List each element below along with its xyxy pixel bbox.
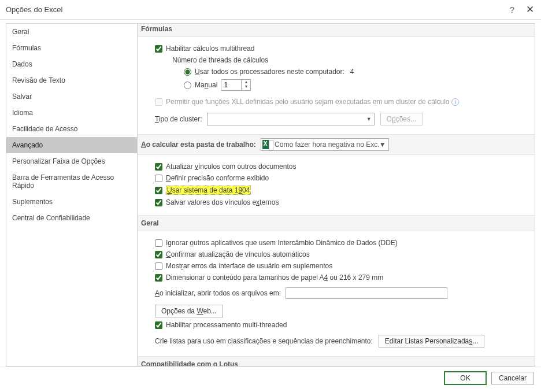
info-icon[interactable]: i [451, 98, 459, 106]
window-title: Opções do Excel [6, 5, 62, 14]
sidebar-item-geral[interactable]: Geral [6, 24, 137, 40]
workbook-dropdown[interactable]: Como fazer hora negativa no Exc... ▼ [261, 138, 389, 151]
multithread-proc-checkbox[interactable] [155, 321, 162, 329]
save-external-label: Salvar valores dos vínculos externos [166, 198, 279, 206]
ignore-dde-label: Ignorar outros aplicativos que usem Inte… [166, 239, 398, 247]
dialog-footer: OK Cancelar [0, 367, 541, 389]
startup-open-input[interactable] [286, 287, 447, 299]
ignore-dde-checkbox[interactable] [155, 239, 162, 247]
sidebar-item-idioma[interactable]: Idioma [6, 105, 137, 121]
custom-lists-label: Crie listas para uso em classificações e… [155, 337, 373, 345]
edit-custom-lists-button[interactable]: Editar Listas Personalizadas... [379, 335, 484, 347]
sidebar-item-dados[interactable]: Dados [6, 56, 137, 72]
save-external-checkbox[interactable] [155, 199, 162, 206]
startup-open-label: Ao inicializar, abrir todos os arquivos … [155, 289, 281, 297]
show-addin-errors-checkbox[interactable] [155, 262, 162, 270]
section-header-lotus: Compatibilidade com o Lotus [138, 356, 535, 367]
sidebar-item-suplementos[interactable]: Suplementos [6, 194, 137, 210]
section-header-formulas: Fórmulas [138, 23, 535, 37]
show-addin-errors-label: Mostrar erros da interface de usuário em… [166, 262, 332, 270]
sidebar-item-central-confiabilidade[interactable]: Central de Confiabilidade [6, 210, 137, 226]
section-header-calc-workbook: Ao calcular esta pasta de trabalho: Como… [138, 134, 535, 155]
cluster-options-button: Opções... [380, 113, 423, 125]
sidebar-item-revisao[interactable]: Revisão de Texto [6, 72, 137, 88]
date-1904-checkbox[interactable] [155, 187, 162, 194]
titlebar: Opções do Excel ? ✕ [0, 0, 541, 20]
help-icon[interactable]: ? [510, 5, 514, 14]
spinner-arrows-icon[interactable]: ▲▼ [241, 80, 250, 90]
close-icon[interactable]: ✕ [526, 3, 534, 16]
cancel-button[interactable]: Cancelar [491, 372, 534, 384]
date-1904-label: Usar sistema de data 1904 [166, 186, 251, 195]
num-threads-label: Número de threads de cálculos [172, 56, 268, 64]
scale-a4-label: Dimensionar o conteúdo para tamanhos de … [166, 273, 383, 282]
web-options-button[interactable]: Opções da Web... [155, 305, 223, 317]
cluster-type-dropdown[interactable]: ▼ [207, 113, 375, 125]
xll-cluster-checkbox [155, 98, 162, 106]
sidebar: Geral Fórmulas Dados Revisão de Texto Sa… [6, 23, 138, 367]
use-all-processors-label: Usar todos os processadores neste comput… [195, 68, 354, 76]
workbook-name: Como fazer hora negativa no Exc... [275, 140, 379, 149]
update-links-label: Atualizar vínculos com outros documentos [166, 162, 296, 171]
manual-threads-spinner[interactable]: ▲▼ [221, 79, 251, 91]
set-precision-label: Definir precisão conforme exibido [166, 174, 269, 182]
enable-multithread-checkbox[interactable] [155, 45, 162, 53]
xll-cluster-label: Permitir que funções XLL definidas pelo … [166, 98, 449, 106]
chevron-down-icon: ▼ [379, 140, 388, 149]
sidebar-item-personalizar-faixa[interactable]: Personalizar Faixa de Opções [6, 153, 137, 169]
sidebar-item-acessibilidade[interactable]: Facilidade de Acesso [6, 121, 137, 137]
scale-a4-checkbox[interactable] [155, 274, 162, 282]
set-precision-checkbox[interactable] [155, 175, 162, 182]
sidebar-item-barra-acesso-rapido[interactable]: Barra de Ferramentas de Acesso Rápido [6, 169, 137, 194]
sidebar-item-formulas[interactable]: Fórmulas [6, 40, 137, 56]
multithread-proc-label: Habilitar processamento multi-threaded [166, 321, 287, 329]
dialog-body: Geral Fórmulas Dados Revisão de Texto Sa… [0, 20, 541, 367]
chevron-down-icon: ▼ [363, 116, 372, 122]
excel-workbook-icon [262, 140, 272, 149]
content-pane: Fórmulas Habilitar cálculos multithread … [138, 23, 535, 367]
sidebar-item-avancado[interactable]: Avançado [6, 137, 137, 153]
update-links-checkbox[interactable] [155, 163, 162, 171]
manual-threads-label: Manual [195, 81, 217, 89]
enable-multithread-label: Habilitar cálculos multithread [166, 45, 254, 53]
sidebar-item-salvar[interactable]: Salvar [6, 88, 137, 105]
confirm-auto-label: Confirmar atualização de vínculos automá… [166, 250, 310, 258]
ok-button[interactable]: OK [444, 371, 487, 385]
manual-threads-radio[interactable] [184, 82, 191, 89]
manual-threads-input[interactable] [221, 80, 241, 90]
section-header-geral: Geral [138, 215, 535, 231]
confirm-auto-checkbox[interactable] [155, 251, 162, 258]
cluster-type-label: Tipo de cluster: [155, 115, 202, 123]
use-all-processors-radio[interactable] [184, 68, 191, 76]
